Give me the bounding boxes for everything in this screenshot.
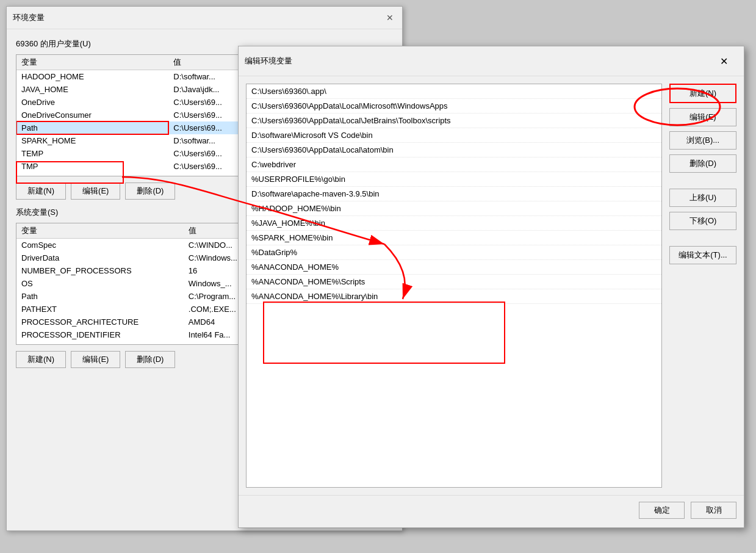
path-list-item[interactable]: C:\Users\69360\.app\ — [247, 84, 661, 99]
path-list-item[interactable]: %USERPROFILE%\go\bin — [247, 172, 661, 187]
main-dialog-footer: 确定 取消 — [239, 495, 744, 525]
sys-var-col-header: 变量 — [16, 223, 184, 239]
side-buttons-panel: 新建(N) 编辑(E) 浏览(B)... 删除(D) 上移(U) 下移(O) 编… — [669, 84, 736, 488]
sys-var-name: PATHEXT — [16, 303, 184, 316]
path-list-item[interactable]: %ANACONDA_HOME%\Library\bin — [247, 289, 661, 304]
main-cancel-button[interactable]: 取消 — [691, 502, 736, 519]
sys-var-name: Path — [16, 290, 184, 303]
user-var-name: OneDriveConsumer — [16, 109, 168, 121]
sys-var-name: OS — [16, 277, 184, 290]
bg-dialog-titlebar: 环境变量 ✕ — [7, 7, 402, 29]
sys-var-name: PROCESSOR_ARCHITECTURE — [16, 316, 184, 328]
sys-edit-button[interactable]: 编辑(E) — [71, 351, 120, 368]
user-var-col-header: 变量 — [16, 55, 168, 70]
main-ok-button[interactable]: 确定 — [639, 502, 685, 519]
main-dialog-title: 编辑环境变量 — [245, 56, 292, 67]
main-dialog-titlebar: 编辑环境变量 ✕ — [239, 46, 744, 76]
edit-text-button[interactable]: 编辑文本(T)... — [669, 246, 736, 264]
user-new-button[interactable]: 新建(N) — [16, 183, 66, 200]
sys-var-name: PROCESSOR_IDENTIFIER — [16, 328, 184, 341]
move-up-button[interactable]: 上移(U) — [669, 189, 736, 207]
user-var-name: OneDrive — [16, 96, 168, 109]
edit-env-var-dialog: 编辑环境变量 ✕ C:\Users\69360\.app\C:\Users\69… — [238, 46, 744, 528]
path-list-item[interactable]: %ANACONDA_HOME%\Scripts — [247, 275, 661, 289]
path-list-item[interactable]: %HADOOP_HOME%\bin — [247, 201, 661, 216]
sys-new-button[interactable]: 新建(N) — [16, 351, 66, 368]
sys-delete-button[interactable]: 删除(D) — [125, 351, 175, 368]
main-dialog-close-button[interactable]: ✕ — [710, 51, 738, 71]
path-list-item[interactable]: D:\software\Microsoft VS Code\bin — [247, 128, 661, 143]
path-list-item[interactable]: %SPARK_HOME%\bin — [247, 231, 661, 245]
sys-var-name: NUMBER_OF_PROCESSORS — [16, 264, 184, 277]
move-down-button[interactable]: 下移(O) — [669, 212, 736, 230]
edit-path-button[interactable]: 编辑(E) — [669, 108, 736, 126]
user-var-name: HADOOP_HOME — [16, 70, 168, 84]
spacer-1 — [669, 178, 736, 184]
user-var-name: TMP — [16, 160, 168, 173]
path-list-item[interactable]: C:\Users\69360\AppData\Local\JetBrains\T… — [247, 114, 661, 128]
user-delete-button[interactable]: 删除(D) — [125, 183, 175, 200]
sys-var-name: ComSpec — [16, 239, 184, 252]
user-var-name: JAVA_HOME — [16, 83, 168, 96]
path-list-item[interactable]: %JAVA_HOME%\bin — [247, 216, 661, 231]
sys-var-name: DriverData — [16, 251, 184, 264]
bg-dialog-close-button[interactable]: ✕ — [384, 12, 396, 24]
path-list-item[interactable]: D:\software\apache-maven-3.9.5\bin — [247, 187, 661, 201]
bg-dialog-title: 环境变量 — [13, 12, 45, 23]
path-list-container[interactable]: C:\Users\69360\.app\C:\Users\69360\AppDa… — [246, 84, 662, 488]
browse-path-button[interactable]: 浏览(B)... — [669, 131, 736, 150]
user-var-name: TEMP — [16, 147, 168, 160]
spacer-2 — [669, 235, 736, 241]
path-list-item[interactable]: C:\Users\69360\AppData\Local\Microsoft\W… — [247, 99, 661, 114]
user-edit-button[interactable]: 编辑(E) — [71, 183, 120, 200]
new-path-button[interactable]: 新建(N) — [669, 84, 736, 103]
path-list-item[interactable]: %DataGrip% — [247, 245, 661, 260]
user-var-name: Path — [16, 121, 168, 134]
path-list-item[interactable]: %ANACONDA_HOME% — [247, 260, 661, 275]
path-list-item[interactable]: C:\Users\69360\AppData\Local\atom\bin — [247, 143, 661, 157]
user-var-name: SPARK_HOME — [16, 134, 168, 147]
delete-path-button[interactable]: 删除(D) — [669, 154, 736, 173]
path-list-item[interactable]: C:\webdriver — [247, 157, 661, 172]
